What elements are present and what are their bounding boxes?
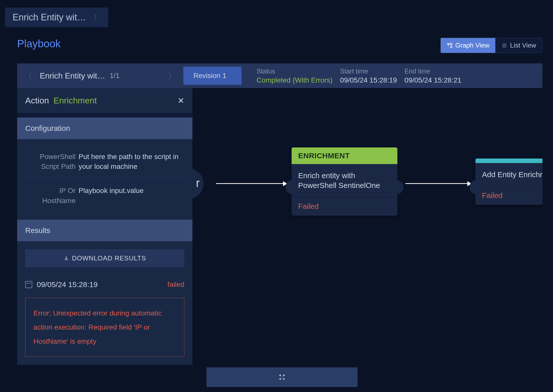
result-status: failed (167, 281, 184, 289)
svg-rect-2 (450, 43, 452, 45)
calendar-icon (25, 281, 32, 288)
list-view-label: List View (510, 42, 536, 49)
connector-arrow (405, 183, 471, 184)
config-header: Configuration (17, 117, 192, 139)
enrichment-node[interactable]: ENRICHMENT Enrich entity with PowerShell… (292, 147, 397, 216)
page-title: Playbook (17, 38, 61, 50)
config-value: Put here the path to the script in your … (79, 152, 184, 171)
list-icon (501, 43, 507, 49)
node-body: Enrich entity with PowerShell SentinelOn… (292, 164, 397, 197)
download-results-button[interactable]: DOWNLOAD RESULTS (25, 249, 184, 267)
action-label: Action (25, 96, 49, 105)
graph-icon (447, 43, 453, 49)
config-row: PowerShell Script Path Put here the path… (25, 149, 184, 178)
start-time-label: Start time (340, 67, 397, 75)
view-toggle: Graph View List View (440, 38, 542, 53)
download-label: DOWNLOAD RESULTS (72, 254, 146, 262)
download-icon (63, 255, 69, 261)
list-view-button[interactable]: List View (495, 38, 542, 53)
action-name: Enrichment (54, 96, 97, 105)
run-count: 1/1 (110, 72, 120, 80)
config-key: PowerShell Script Path (25, 152, 76, 171)
error-message: Error: Unexpected error during automatic… (25, 298, 184, 357)
next-run-button[interactable]: 〉 (161, 71, 183, 81)
trigger-node-label: r (196, 176, 200, 190)
canvas[interactable]: Action Enrichment ✕ Configuration PowerS… (17, 88, 542, 387)
node-header (475, 159, 542, 163)
breadcrumb-tab[interactable]: Enrich Entity wit… 〉 (5, 8, 108, 27)
connector-arrow (216, 183, 287, 184)
config-value: Playbook input.value (79, 186, 184, 205)
results-header: Results (17, 220, 192, 241)
config-row: IP Or HostName Playbook input.value (25, 183, 184, 212)
close-icon[interactable]: ✕ (178, 96, 184, 105)
node-port-in[interactable] (286, 180, 297, 194)
svg-point-1 (451, 46, 452, 48)
prev-run-button[interactable]: 〈 (17, 71, 40, 81)
graph-view-button[interactable]: Graph View (441, 38, 495, 53)
status-value: Completed (With Errors) (257, 76, 333, 84)
node-port-out[interactable] (392, 180, 403, 194)
node-header: ENRICHMENT (292, 147, 397, 164)
next-node[interactable]: Add Entity Enrichm Failed (475, 159, 542, 205)
collapse-panel-button[interactable] (206, 367, 358, 387)
action-panel: Action Enrichment ✕ Configuration PowerS… (17, 88, 192, 365)
node-status: Failed (292, 197, 397, 216)
start-time-value: 09/05/24 15:28:19 (340, 76, 397, 84)
revision-button[interactable]: Revision 1 (183, 67, 241, 85)
config-key: IP Or HostName (25, 186, 76, 205)
node-body: Add Entity Enrichm (475, 163, 542, 186)
node-status: Failed (475, 186, 542, 205)
result-time: 09/05/24 15:28:19 (37, 280, 98, 289)
graph-view-label: Graph View (455, 42, 489, 49)
breadcrumb-title: Enrich Entity wit… (13, 12, 86, 23)
status-label: Status (257, 67, 333, 75)
collapse-icon (279, 374, 286, 381)
node-port-in[interactable] (469, 180, 480, 194)
end-time-label: End time (404, 67, 461, 75)
svg-point-0 (447, 43, 449, 45)
run-title: Enrich Entity wit… (40, 71, 105, 81)
chevron-right-icon: 〉 (94, 13, 101, 22)
run-bar: 〈 Enrich Entity wit… 1/1 〉 Revision 1 St… (17, 63, 542, 88)
end-time-value: 09/05/24 15:28:21 (404, 76, 461, 84)
